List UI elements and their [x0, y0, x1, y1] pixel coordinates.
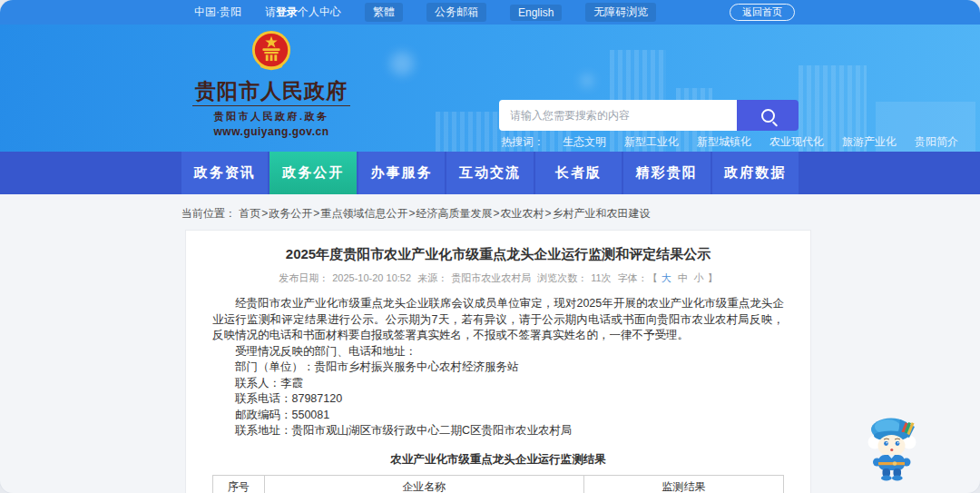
hot-word[interactable]: 生态文明	[563, 134, 606, 150]
tab-banshi-fuwu[interactable]: 办事服务	[358, 152, 445, 194]
national-emblem-icon	[250, 29, 292, 74]
breadcrumb-item[interactable]: 重点领域信息公开	[320, 207, 407, 220]
login-suffix: 个人中心	[298, 5, 341, 18]
login-prefix: 请	[265, 5, 276, 18]
breadcrumb-item[interactable]: 乡村产业和农田建设	[552, 207, 650, 220]
search-button[interactable]	[737, 100, 799, 131]
source-value: 贵阳市农业农村局	[451, 272, 531, 283]
header-banner: 贵阳市人民政府 贵阳市人民政府.政务 www.guiyang.gov.cn 热搜…	[0, 25, 980, 152]
breadcrumb-separator: >	[544, 207, 551, 220]
paragraph-phone: 联系电话：87987120	[212, 391, 784, 408]
hot-search-label: 热搜词：	[501, 134, 544, 150]
site-logo[interactable]: 贵阳市人民政府 贵阳市人民政府.政务 www.guiyang.gov.cn	[191, 29, 352, 138]
breadcrumb-separator: >	[313, 207, 319, 220]
tab-hudong-jiaoliu[interactable]: 互动交流	[446, 152, 533, 194]
return-home-button[interactable]: 返回首页	[730, 4, 795, 21]
official-mail-link[interactable]: 公务邮箱	[426, 3, 486, 22]
breadcrumb-item[interactable]: 经济高质量发展	[416, 207, 492, 220]
breadcrumb-home[interactable]: 首页	[239, 207, 260, 220]
breadcrumb-separator: >	[261, 207, 268, 220]
hot-word[interactable]: 贵阳简介	[915, 134, 958, 150]
table-header-row: 序号 企业名称 监测结果	[213, 475, 784, 493]
article-meta: 发布日期：2025-10-20 10:52 来源：贵阳市农业农村局 浏览次数：1…	[212, 271, 784, 285]
hot-word[interactable]: 旅游产业化	[842, 134, 897, 150]
paragraph-announcement: 经贵阳市农业产业化市级重点龙头企业联席会议成员单位审定，现对2025年开展的农业…	[212, 296, 784, 344]
hot-word[interactable]: 农业现代化	[769, 134, 824, 150]
header-result: 监测结果	[583, 475, 783, 493]
english-link[interactable]: English	[510, 5, 562, 21]
traditional-chinese-link[interactable]: 繁體	[365, 3, 403, 22]
breadcrumb-separator: >	[408, 207, 415, 220]
page: 中国·贵阳 请登录个人中心 繁體 公务邮箱 English 无障碍浏览 返回首页	[0, 0, 980, 493]
sparkle-decoration	[390, 52, 414, 75]
breadcrumb-item[interactable]: 政务公开	[269, 207, 312, 220]
hot-word[interactable]: 新型城镇化	[697, 134, 751, 150]
region-label: 中国·贵阳	[194, 5, 241, 20]
header-seq: 序号	[213, 475, 265, 493]
breadcrumb-item[interactable]: 农业农村	[500, 207, 544, 220]
login-strong[interactable]: 登录	[276, 5, 298, 18]
hot-word[interactable]: 新型工业化	[624, 134, 679, 150]
font-size-bracket: 】	[708, 272, 718, 283]
accessibility-link[interactable]: 无障碍浏览	[585, 3, 656, 22]
font-size-label: 字体：【	[618, 272, 658, 283]
paragraph-address: 联系地址：贵阳市观山湖区市级行政中心二期C区贵阳市农业农村局	[212, 423, 784, 439]
font-size-large-button[interactable]: 大	[662, 272, 671, 283]
site-title: 贵阳市人民政府	[191, 79, 352, 103]
breadcrumb: 当前位置： 首页>政务公开>重点领域信息公开>经济高质量发展>农业农村>乡村产业…	[0, 194, 980, 230]
tab-jingcai-guiyang[interactable]: 精彩贵阳	[623, 152, 710, 194]
source-label: 来源：	[417, 272, 447, 283]
tab-zhengfu-shuju[interactable]: 政府数据	[712, 152, 799, 194]
login-link[interactable]: 请登录个人中心	[265, 5, 341, 20]
tab-zhengwu-gongkai[interactable]: 政务公开	[270, 152, 356, 194]
monitoring-result-table: 序号 企业名称 监测结果 1 贵州合力超市采购有限公司 合格 2 贵州友禾种业有…	[212, 475, 784, 493]
site-subtitle: 贵阳市人民政府.政务	[191, 110, 352, 123]
search-input[interactable]	[499, 100, 737, 131]
publish-date-label: 发布日期：	[279, 272, 328, 283]
font-size-small-button[interactable]: 小	[694, 272, 704, 283]
assistant-mascot-icon[interactable]	[864, 412, 920, 481]
tab-zhengwu-zixun[interactable]: 政务资讯	[181, 152, 268, 194]
search-icon	[761, 109, 775, 123]
article-title: 2025年度贵阳市农业产业化市级重点龙头企业运行监测和评定结果公示	[212, 245, 784, 263]
logo-divider	[192, 105, 350, 106]
site-url: www.guiyang.gov.cn	[191, 125, 352, 138]
tab-zhangzhe-ban[interactable]: 长者版	[535, 152, 622, 194]
table-caption: 农业产业化市级重点龙头企业运行监测结果	[212, 452, 784, 468]
breadcrumb-label: 当前位置：	[181, 207, 236, 220]
views-label: 浏览次数：	[537, 272, 587, 283]
sparkle-decoration	[581, 74, 593, 87]
main-navigation: 政务资讯 政务公开 办事服务 互动交流 长者版 精彩贵阳 政府数据	[0, 152, 980, 194]
font-size-medium-button[interactable]: 中	[678, 272, 688, 283]
paragraph-department: 部门（单位）：贵阳市乡村振兴服务中心农村经济服务站	[212, 360, 784, 376]
paragraph-postcode: 邮政编码：550081	[212, 408, 784, 424]
publish-date: 2025-10-20 10:52	[332, 272, 411, 283]
article-body: 经贵阳市农业产业化市级重点龙头企业联席会议成员单位审定，现对2025年开展的农业…	[212, 296, 784, 439]
breadcrumb-separator: >	[493, 207, 499, 220]
hot-search-words: 热搜词： 生态文明 新型工业化 新型城镇化 农业现代化 旅游产业化 贵阳简介	[501, 134, 958, 150]
header-company: 企业名称	[264, 475, 583, 493]
views-value: 11次	[591, 272, 611, 283]
paragraph-contact-intro: 受理情况反映的部门、电话和地址：	[212, 344, 784, 360]
article-card: 2025年度贵阳市农业产业化市级重点龙头企业运行监测和评定结果公示 发布日期：2…	[185, 230, 811, 493]
paragraph-contact-person: 联系人：李霞	[212, 376, 784, 392]
search-bar	[499, 100, 799, 131]
topbar: 中国·贵阳 请登录个人中心 繁體 公务邮箱 English 无障碍浏览 返回首页	[0, 0, 980, 25]
